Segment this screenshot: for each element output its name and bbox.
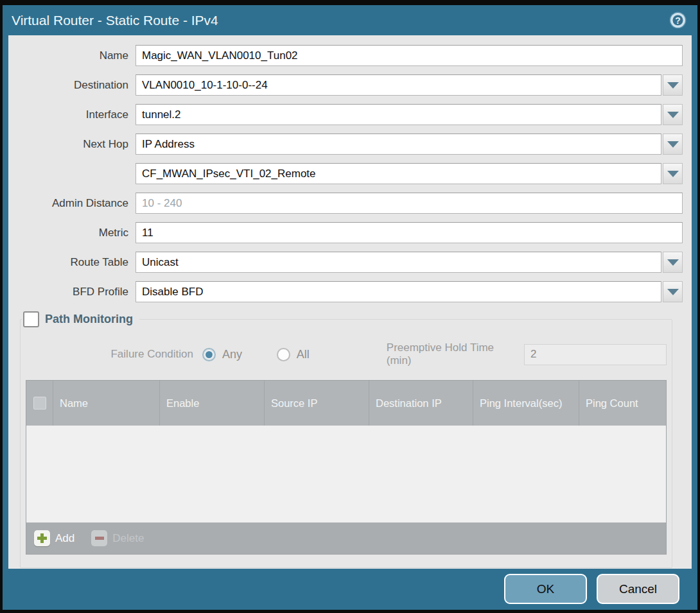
form-row-route-table: Route Table — [8, 252, 683, 273]
route-table-input[interactable] — [136, 252, 661, 273]
chevron-down-icon — [667, 259, 679, 266]
table-header-ping-interval: Ping Interval(sec) — [473, 381, 579, 426]
cancel-button[interactable]: Cancel — [597, 574, 679, 604]
failure-condition-row: Failure Condition Any All Preemptive Hol… — [26, 341, 667, 367]
destination-label: Destination — [8, 79, 136, 92]
next-hop-type-input[interactable] — [136, 134, 661, 155]
form-row-interface: Interface — [8, 104, 683, 125]
path-monitoring-section: Path Monitoring Failure Condition Any Al… — [20, 319, 672, 568]
chevron-down-icon — [667, 171, 679, 177]
admin-distance-label: Admin Distance — [8, 197, 136, 210]
metric-input[interactable] — [136, 222, 683, 243]
table-header-ping-count: Ping Count — [579, 381, 666, 426]
select-all-checkbox[interactable] — [33, 397, 46, 410]
interface-dropdown-button[interactable] — [663, 104, 683, 125]
destination-dropdown-button[interactable] — [663, 74, 683, 96]
form-row-admin-distance: Admin Distance — [8, 193, 683, 214]
form-row-next-hop: Next Hop — [8, 134, 683, 155]
failure-condition-all-label: All — [297, 348, 310, 361]
table-header-name: Name — [53, 381, 159, 426]
delete-button[interactable]: Delete — [91, 530, 144, 546]
next-hop-dropdown-button[interactable] — [663, 134, 683, 155]
ok-button[interactable]: OK — [504, 574, 587, 604]
preemptive-hold-time-input[interactable] — [524, 344, 667, 365]
table-body-empty — [26, 426, 666, 522]
route-table-dropdown-button[interactable] — [663, 252, 683, 273]
form-row-next-hop-address — [8, 163, 683, 184]
table-header-enable: Enable — [159, 381, 264, 426]
add-icon — [34, 530, 50, 546]
interface-input[interactable] — [136, 104, 661, 125]
next-hop-address-input[interactable] — [136, 163, 661, 184]
table-toolbar: Add Delete — [26, 522, 666, 554]
dialog-body: Name Destination Interface Next Hop — [8, 35, 692, 569]
dialog-title: Virtual Router - Static Route - IPv4 — [12, 13, 218, 28]
bfd-profile-input[interactable] — [136, 281, 661, 302]
name-input[interactable] — [136, 45, 683, 66]
bfd-profile-label: BFD Profile — [8, 286, 136, 298]
next-hop-label: Next Hop — [8, 138, 136, 151]
svg-text:?: ? — [675, 15, 681, 26]
failure-condition-any-radio[interactable] — [202, 348, 216, 361]
delete-icon — [91, 530, 107, 546]
failure-condition-all-radio[interactable] — [277, 348, 290, 361]
name-label: Name — [8, 49, 136, 62]
help-icon[interactable]: ? — [669, 11, 687, 30]
path-monitoring-table: Name Enable Source IP Destination IP Pin… — [26, 380, 667, 555]
admin-distance-input[interactable] — [136, 193, 683, 214]
form-row-name: Name — [8, 45, 683, 66]
interface-label: Interface — [8, 108, 136, 121]
failure-condition-label: Failure Condition — [26, 348, 202, 361]
form-row-destination: Destination — [8, 74, 683, 96]
dialog-titlebar: Virtual Router - Static Route - IPv4 ? — [3, 5, 697, 35]
path-monitoring-title: Path Monitoring — [45, 313, 133, 326]
table-header-source-ip: Source IP — [264, 381, 369, 426]
table-header-destination-ip: Destination IP — [369, 381, 473, 426]
form-row-bfd-profile: BFD Profile — [8, 281, 683, 302]
add-button[interactable]: Add — [34, 530, 74, 546]
route-table-label: Route Table — [8, 256, 136, 269]
chevron-down-icon — [667, 289, 679, 295]
add-button-label: Add — [55, 532, 74, 545]
path-monitoring-legend: Path Monitoring — [22, 311, 139, 327]
table-header-select-all — [26, 381, 53, 426]
chevron-down-icon — [667, 82, 679, 89]
delete-button-label: Delete — [112, 532, 144, 545]
chevron-down-icon — [667, 112, 679, 118]
chevron-down-icon — [667, 141, 679, 148]
path-monitoring-checkbox[interactable] — [23, 311, 39, 327]
dialog-footer: OK Cancel — [3, 569, 697, 610]
next-hop-address-dropdown-button[interactable] — [663, 163, 683, 184]
table-header-row: Name Enable Source IP Destination IP Pin… — [26, 381, 666, 426]
static-route-dialog: Virtual Router - Static Route - IPv4 ? N… — [3, 5, 697, 610]
destination-input[interactable] — [136, 74, 661, 96]
preemptive-hold-time-label: Preemptive Hold Time (min) — [387, 341, 524, 367]
form-row-metric: Metric — [8, 222, 683, 243]
metric-label: Metric — [8, 227, 136, 239]
failure-condition-any-label: Any — [222, 348, 242, 361]
bfd-profile-dropdown-button[interactable] — [663, 281, 683, 302]
